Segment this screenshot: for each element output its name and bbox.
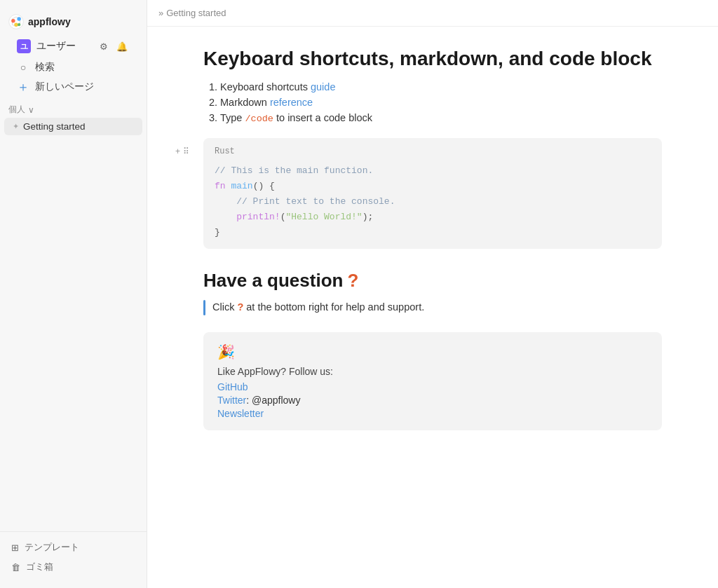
plus-icon: ＋ [17,81,29,93]
list-item: Keyboard shortcuts guide [220,81,662,93]
twitter-link[interactable]: Twitter [217,395,246,406]
search-icon: ○ [17,61,29,74]
twitter-row: Twitter: @appflowy [217,395,648,406]
svg-point-4 [18,23,20,26]
topbar: » Getting started [147,0,718,27]
breadcrumb: » Getting started [158,8,226,18]
bell-icon[interactable]: 🔔 [114,39,130,54]
sidebar-item-getting-started[interactable]: ✦ Getting started [4,118,142,135]
code-line: // Print text to the console. [215,194,651,210]
svg-point-1 [11,19,15,23]
code-block-container: + ⠿ Rust // This is the main function. f… [203,138,662,249]
section-name: 個人 [8,104,25,116]
github-link[interactable]: GitHub [217,381,648,392]
code-line: fn main() { [215,179,651,194]
twitter-handle: : @appflowy [246,395,300,406]
list-item-3-rest: to insert a code block [273,112,372,123]
code-block: Rust // This is the main function. fn ma… [203,138,662,249]
user-icons: ⚙ 🔔 [96,39,130,54]
code-line: } [215,225,651,240]
callout-before: Click [212,300,234,315]
star-icon: ✦ [13,122,19,131]
content-area: Keyboard shortcuts, markdown, and code b… [147,27,718,588]
avatar: ユ [17,39,31,53]
code-line: // This is the main function. [215,163,651,179]
section2-title-text: Have a question [203,270,343,292]
callout-qmark: ? [237,300,243,315]
page-item-label: Getting started [23,121,86,132]
svg-point-3 [14,22,18,27]
template-icon: ⊞ [11,542,19,553]
code-line: println!("Hello World!"); [215,210,651,225]
list-item-2-text: Markdown [220,97,270,108]
callout-block: Click ? at the bottom right for help and… [203,300,662,315]
page-title: Keyboard shortcuts, markdown, and code b… [203,48,662,70]
follow-links: GitHub Twitter: @appflowy Newsletter [217,381,648,419]
user-name: ユーザー [36,40,76,53]
follow-text: Like AppFlowy? Follow us: [217,366,648,377]
trash-icon: 🗑 [11,562,20,573]
sidebar-top: appflowy ユ ユーザー ⚙ 🔔 ○ 検索 ＋ 新しいページ [0,6,147,100]
chevron-down-icon: ∨ [28,105,34,115]
footer-trash[interactable]: 🗑 ゴミ箱 [0,557,147,577]
question-mark-icon: ? [347,270,358,292]
callout-bar [203,300,205,315]
plus-code-icon[interactable]: + [175,146,180,156]
new-page-label: 新しいページ [35,81,94,93]
footer-template[interactable]: ⊞ テンプレート [0,538,147,557]
ordered-list: Keyboard shortcuts guide Markdown refere… [220,81,662,124]
user-left: ユ ユーザー [17,39,76,53]
breadcrumb-item: Getting started [166,8,226,18]
search-label: 検索 [35,61,55,74]
code-language: Rust [215,146,651,156]
list-item: Markdown reference [220,97,662,108]
sidebar-footer: ⊞ テンプレート 🗑 ゴミ箱 [0,531,147,582]
section2-title: Have a question ? [203,270,662,292]
code-command: /code [245,114,273,124]
breadcrumb-separator: » [158,8,163,18]
app-name: appflowy [28,16,71,27]
trash-label: ゴミ箱 [26,561,53,573]
code-content: // This is the main function. fn main() … [215,163,651,240]
settings-icon[interactable]: ⚙ [96,39,111,54]
reference-link[interactable]: reference [270,97,313,108]
callout-text: Click ? at the bottom right for help and… [212,300,424,315]
app-logo[interactable]: appflowy [8,11,138,32]
newsletter-link[interactable]: Newsletter [217,408,648,419]
template-label: テンプレート [25,541,79,554]
drag-icon[interactable]: ⠿ [183,146,189,156]
sidebar-search[interactable]: ○ 検索 [8,57,138,77]
svg-point-2 [17,17,21,21]
list-item-3-text: Type [220,112,245,123]
list-item-1-text: Keyboard shortcuts [220,81,311,93]
guide-link[interactable]: guide [311,81,335,93]
list-item: Type /code to insert a code block [220,112,662,124]
code-block-controls: + ⠿ [175,146,189,156]
sidebar: appflowy ユ ユーザー ⚙ 🔔 ○ 検索 ＋ 新しいページ [0,0,147,588]
callout-after: at the bottom right for help and support… [246,300,424,315]
follow-emoji: 🎉 [217,343,648,360]
main-content: » Getting started Keyboard shortcuts, ma… [147,0,718,588]
user-row[interactable]: ユ ユーザー ⚙ 🔔 [8,35,138,57]
section-label[interactable]: 個人 ∨ [0,100,147,117]
follow-box: 🎉 Like AppFlowy? Follow us: GitHub Twitt… [203,332,662,430]
appflowy-logo-icon [8,14,24,29]
sidebar-new-page[interactable]: ＋ 新しいページ [8,77,138,97]
